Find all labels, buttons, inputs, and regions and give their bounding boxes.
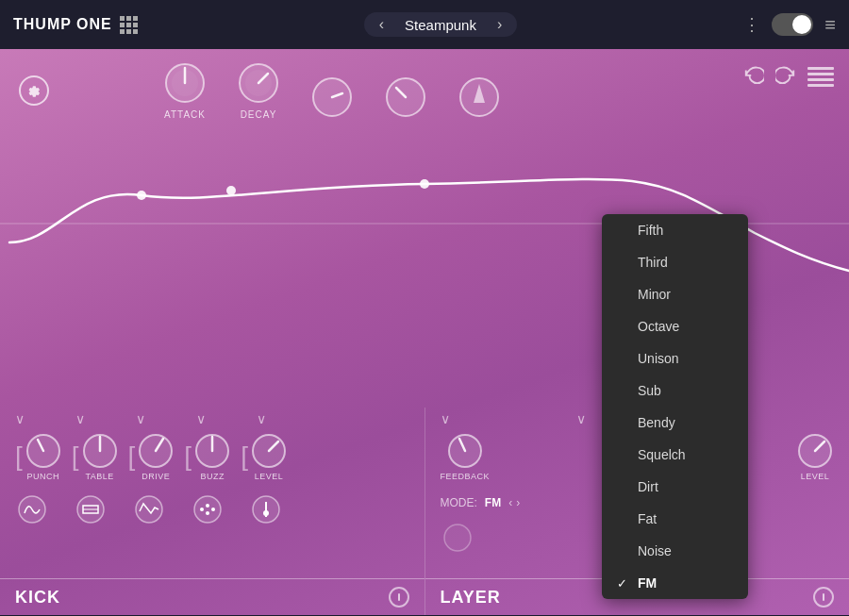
- dropdown-label-fm: FM: [638, 575, 657, 591]
- knob5[interactable]: [457, 75, 502, 120]
- mode-next-button[interactable]: ›: [516, 496, 520, 509]
- svg-point-2: [172, 70, 198, 96]
- preset-nav: ‹ Steampunk ›: [364, 12, 518, 37]
- dropdown-label-third: Third: [638, 255, 668, 270]
- dropdown-label-squelch: Squelch: [638, 447, 686, 462]
- menu-button[interactable]: ≡: [824, 14, 836, 36]
- kick-chevron-2[interactable]: ∨: [75, 411, 85, 426]
- kick-chevron-5[interactable]: ∨: [257, 411, 266, 426]
- drive-knob-item: DRIVE: [137, 432, 175, 481]
- kick-power-button[interactable]: [389, 587, 409, 608]
- dropdown-label-unison: Unison: [638, 351, 679, 366]
- decay-knob[interactable]: [236, 60, 281, 106]
- dropdown-item-sub[interactable]: Sub: [602, 375, 748, 407]
- table-knob[interactable]: [81, 432, 119, 470]
- level-group: [ LEVEL: [241, 432, 288, 481]
- svg-point-15: [420, 179, 429, 189]
- punch-knob-item: PUNCH: [25, 432, 62, 481]
- dropdown-item-bendy[interactable]: Bendy: [602, 407, 748, 439]
- dropdown-item-octave[interactable]: Octave: [602, 310, 748, 342]
- punch-group: [ PUNCH: [15, 432, 62, 481]
- app-title: THUMP ONE: [13, 16, 138, 34]
- dropdown-label-dirt: Dirt: [638, 479, 658, 494]
- power-toggle[interactable]: [772, 13, 813, 36]
- next-preset-button[interactable]: ›: [497, 16, 502, 33]
- layer-chevron-2[interactable]: ∨: [576, 411, 586, 426]
- kick-sub-knob-3[interactable]: [132, 492, 166, 526]
- kick-chevron-3[interactable]: ∨: [136, 411, 145, 426]
- settings-button[interactable]: [19, 75, 49, 106]
- redo-button[interactable]: [775, 64, 796, 90]
- drive-knob[interactable]: [137, 432, 175, 470]
- feedback-knob[interactable]: [446, 432, 484, 470]
- buzz-knob[interactable]: [193, 432, 231, 470]
- mode-prev-button[interactable]: ‹: [508, 496, 512, 509]
- attack-label: ATTACK: [164, 109, 206, 120]
- svg-point-5: [245, 70, 272, 96]
- decay-label: DECAY: [241, 109, 277, 120]
- knob3[interactable]: [309, 75, 355, 120]
- layer-chevron-1[interactable]: ∨: [441, 411, 450, 426]
- knob4[interactable]: [383, 75, 428, 120]
- level-label: LEVEL: [255, 472, 284, 481]
- kick-sub-knob-2[interactable]: [74, 492, 108, 526]
- piano-icon[interactable]: [807, 67, 834, 87]
- dropdown-item-fifth[interactable]: Fifth: [602, 214, 748, 246]
- table-knob-item: TABLE: [81, 432, 119, 481]
- buzz-knob-item: BUZZ: [193, 432, 231, 481]
- dropdown-item-noise[interactable]: Noise: [602, 535, 748, 567]
- svg-point-35: [206, 511, 209, 515]
- feedback-label: FEEDBACK: [441, 472, 491, 481]
- table-group: [ TABLE: [72, 432, 119, 481]
- mode-arrows: ‹ ›: [508, 496, 520, 509]
- top-knob-bar: ATTACK DECAY: [0, 49, 849, 120]
- layer-level-knob-item: LEVEL: [796, 432, 834, 481]
- options-button[interactable]: ⋮: [743, 14, 760, 35]
- main-area: ATTACK DECAY: [0, 49, 849, 615]
- dropdown-item-fm[interactable]: ✓ FM: [602, 567, 748, 599]
- dropdown-item-fat[interactable]: Fat: [602, 503, 748, 535]
- app-header: THUMP ONE ‹ Steampunk › ⋮ ≡: [0, 0, 849, 49]
- layer-sub-knob-1: [441, 521, 474, 555]
- dropdown-item-dirt[interactable]: Dirt: [602, 471, 748, 503]
- prev-preset-button[interactable]: ‹: [379, 16, 384, 33]
- svg-point-43: [444, 524, 471, 551]
- knob4-group: [383, 75, 428, 120]
- mode-label: MODE:: [441, 496, 477, 509]
- kick-chevron-4[interactable]: ∨: [196, 411, 206, 426]
- dropdown-label-sub: Sub: [638, 383, 661, 398]
- attack-knob[interactable]: [162, 60, 208, 106]
- title-text: THUMP ONE: [13, 16, 112, 33]
- punch-bracket-left: [: [15, 443, 23, 470]
- kick-sub-knob-1[interactable]: [15, 492, 49, 526]
- svg-point-33: [206, 504, 209, 508]
- layer-level-label: LEVEL: [801, 472, 830, 481]
- drive-group: [ DRIVE: [128, 432, 175, 481]
- layer-power-button[interactable]: [813, 587, 834, 608]
- dropdown-item-third[interactable]: Third: [602, 246, 748, 278]
- dropdown-label-fat: Fat: [638, 511, 657, 526]
- level-knob-item: LEVEL: [250, 432, 288, 481]
- kick-panel: ∨ ∨ ∨ ∨ ∨ [ PUNCH: [0, 408, 425, 615]
- dropdown-item-squelch[interactable]: Squelch: [602, 439, 748, 471]
- kick-sub-knob-4[interactable]: [191, 492, 225, 526]
- table-bracket-left: [: [72, 443, 79, 470]
- level-knob[interactable]: [250, 432, 288, 470]
- attack-knob-group: ATTACK: [162, 60, 208, 120]
- kick-footer: KICK: [0, 578, 424, 615]
- dropdown-label-minor: Minor: [638, 287, 671, 302]
- dropdown-label-noise: Noise: [638, 543, 672, 558]
- buzz-bracket-left: [: [184, 443, 191, 470]
- dropdown-item-unison[interactable]: Unison: [602, 342, 748, 375]
- kick-chevron-row: ∨ ∨ ∨ ∨ ∨: [15, 408, 409, 428]
- dropdown-item-minor[interactable]: Minor: [602, 278, 748, 310]
- dropdown-label-octave: Octave: [638, 319, 679, 334]
- kick-sub-knob-5[interactable]: [249, 492, 283, 526]
- punch-knob[interactable]: [25, 432, 62, 470]
- knob5-group: [457, 75, 502, 120]
- layer-panel-name: LAYER: [441, 588, 501, 608]
- undo-button[interactable]: [743, 64, 764, 90]
- table-label: TABLE: [85, 472, 113, 481]
- kick-chevron-1[interactable]: ∨: [15, 411, 25, 426]
- layer-level-knob[interactable]: [796, 432, 834, 470]
